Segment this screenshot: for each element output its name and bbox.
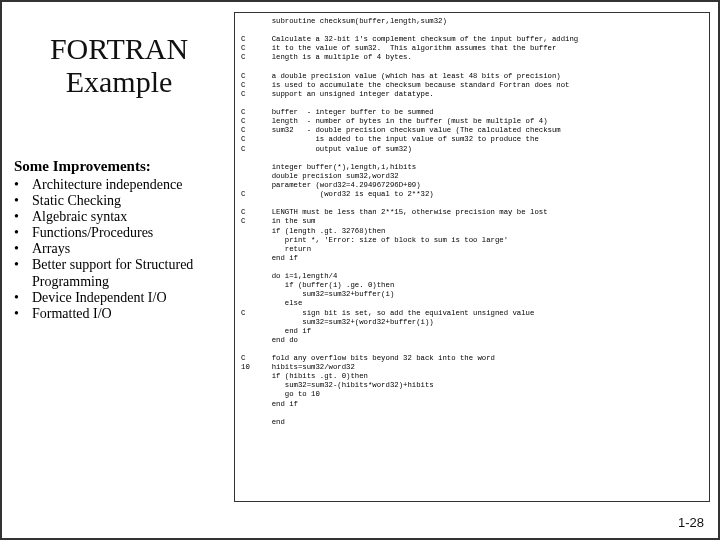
- list-item: • Static Checking: [14, 193, 224, 209]
- list-item: • Better support for Structured Programm…: [14, 257, 224, 289]
- list-item-label: Arrays: [32, 241, 224, 257]
- list-item-label: Architecture independence: [32, 177, 224, 193]
- improvements-list: • Architecture independence • Static Che…: [14, 177, 224, 322]
- bullet-icon: •: [14, 193, 32, 209]
- page-number: 1-28: [678, 515, 704, 530]
- bullet-icon: •: [14, 290, 32, 306]
- list-item-label: Better support for Structured Programmin…: [32, 257, 224, 289]
- bullet-icon: •: [14, 306, 32, 322]
- title-line2: Example: [66, 65, 173, 98]
- code-box: subroutine checksum(buffer,length,sum32)…: [234, 12, 710, 502]
- bullet-icon: •: [14, 177, 32, 193]
- improvements-heading: Some Improvements:: [14, 158, 224, 175]
- list-item-label: Algebraic syntax: [32, 209, 224, 225]
- slide-title: FORTRAN Example: [14, 32, 224, 98]
- list-item: • Algebraic syntax: [14, 209, 224, 225]
- list-item: • Architecture independence: [14, 177, 224, 193]
- list-item: • Arrays: [14, 241, 224, 257]
- bullet-icon: •: [14, 257, 32, 273]
- list-item: • Device Independent I/O: [14, 290, 224, 306]
- fortran-code: subroutine checksum(buffer,length,sum32)…: [241, 17, 703, 427]
- bullet-icon: •: [14, 241, 32, 257]
- list-item: • Functions/Procedures: [14, 225, 224, 241]
- list-item-label: Formatted I/O: [32, 306, 224, 322]
- list-item: • Formatted I/O: [14, 306, 224, 322]
- title-line1: FORTRAN: [50, 32, 188, 65]
- bullet-icon: •: [14, 209, 32, 225]
- list-item-label: Functions/Procedures: [32, 225, 224, 241]
- list-item-label: Static Checking: [32, 193, 224, 209]
- list-item-label: Device Independent I/O: [32, 290, 224, 306]
- bullet-icon: •: [14, 225, 32, 241]
